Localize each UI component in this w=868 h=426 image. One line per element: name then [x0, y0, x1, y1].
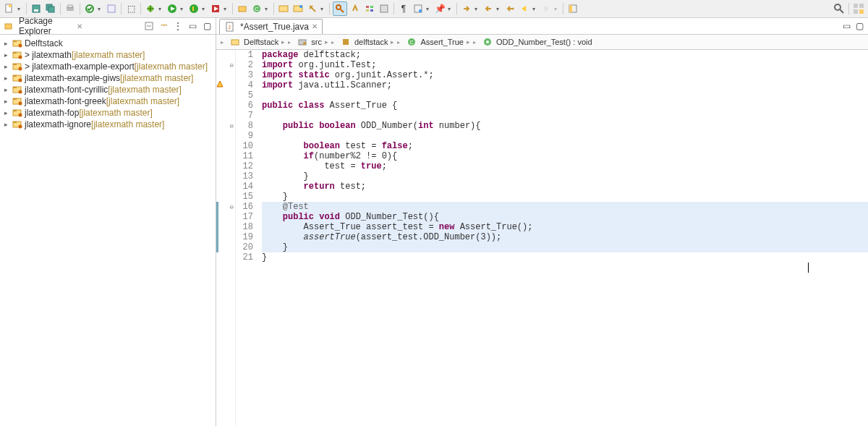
breadcrumb-item[interactable]: ▸CAssert_True: [397, 36, 464, 48]
expander-icon[interactable]: ▸: [221, 39, 228, 46]
breadcrumb-item[interactable]: ▸Delftstack: [221, 36, 278, 48]
dropdown-icon[interactable]: ▾: [158, 6, 164, 12]
expander-icon[interactable]: ▸: [4, 40, 12, 47]
ext-run-icon[interactable]: [209, 2, 222, 15]
pin-icon[interactable]: 📌: [433, 2, 446, 15]
minimize-editor-icon[interactable]: ▭: [841, 20, 852, 32]
text-caret: [808, 263, 809, 273]
save-all-icon[interactable]: [44, 2, 57, 15]
expander-icon[interactable]: ▸: [4, 74, 12, 82]
coverage-icon[interactable]: [187, 2, 200, 15]
print-icon[interactable]: [64, 2, 77, 15]
search-menu-icon[interactable]: [306, 2, 319, 15]
breadcrumb-item[interactable]: ▸ODD_Number_Test() : void: [473, 36, 592, 48]
debug-icon[interactable]: [144, 2, 157, 15]
tree-item[interactable]: ▸ jlatexmath-ignore [jlatexmath master]: [0, 119, 216, 130]
terminal-icon[interactable]: ⬚: [124, 2, 137, 15]
editor-tab[interactable]: J *Assert_True.java ✕: [219, 19, 323, 34]
svg-rect-16: [192, 7, 194, 11]
breadcrumb-label: delftstack: [354, 38, 388, 46]
perspective-switcher-icon[interactable]: [852, 2, 865, 15]
tree-item[interactable]: ▸ > jlatexmath-example-export [jlatexmat…: [0, 61, 216, 72]
dropdown-icon[interactable]: ▾: [496, 6, 502, 12]
expander-icon[interactable]: ▸: [4, 109, 12, 116]
svg-rect-62: [13, 98, 17, 100]
run-icon[interactable]: [166, 2, 179, 15]
open-perspective-icon[interactable]: [566, 2, 579, 15]
svg-point-63: [19, 102, 22, 106]
pi-icon[interactable]: [412, 2, 425, 15]
focus-icon[interactable]: ⋮: [172, 20, 184, 32]
toggle-block-icon[interactable]: [378, 2, 391, 15]
link-editor-icon[interactable]: [158, 20, 169, 32]
method-icon: [482, 36, 493, 48]
dropdown-icon[interactable]: ▾: [180, 6, 186, 12]
dropdown-icon[interactable]: ▾: [320, 6, 326, 12]
tree-item[interactable]: ▸ Delftstack: [0, 38, 216, 49]
package-tree[interactable]: ▸ Delftstack ▸ > jlatexmath [jlatexmath …: [0, 35, 216, 426]
show-whitespace-icon[interactable]: ¶: [397, 2, 410, 15]
back-icon[interactable]: [518, 2, 531, 15]
maximize-editor-icon[interactable]: ▢: [854, 20, 865, 32]
dropdown-icon[interactable]: ▾: [532, 6, 538, 12]
open-type-icon[interactable]: [277, 2, 290, 15]
dropdown-icon[interactable]: ▾: [265, 6, 271, 12]
dropdown-icon[interactable]: ▾: [224, 6, 229, 12]
tree-item[interactable]: ▸ jlatexmath-font-greek [jlatexmath mast…: [0, 95, 216, 107]
annotation-icon[interactable]: [349, 2, 362, 15]
expander-icon[interactable]: ▸: [4, 98, 12, 105]
breadcrumb-item[interactable]: ▸src: [288, 36, 322, 48]
expander-icon[interactable]: ▸: [331, 39, 339, 46]
open-task-icon[interactable]: [292, 2, 305, 15]
svg-rect-56: [13, 75, 17, 77]
svg-rect-29: [366, 9, 369, 12]
dropdown-icon[interactable]: ▾: [17, 6, 23, 12]
dropdown-icon[interactable]: ▾: [475, 6, 480, 12]
svg-rect-22: [279, 6, 288, 12]
dropdown-icon[interactable]: ▾: [202, 6, 208, 12]
expander-icon[interactable]: ▸: [4, 63, 12, 70]
toggle-highlight-icon[interactable]: [333, 1, 347, 16]
search-icon[interactable]: [833, 2, 846, 15]
skip-bp-icon[interactable]: [105, 2, 118, 15]
dropdown-icon[interactable]: ▾: [448, 6, 454, 12]
svg-point-57: [19, 79, 22, 82]
last-edit-icon[interactable]: [503, 2, 516, 15]
expander-icon[interactable]: ▸: [397, 39, 404, 46]
next-ann-icon[interactable]: [460, 2, 473, 15]
tree-item[interactable]: ▸ jlatexmath-fop [jlatexmath master]: [0, 107, 216, 119]
minimize-icon[interactable]: ▭: [187, 20, 198, 32]
new-class-icon[interactable]: C: [250, 2, 263, 15]
package-explorer-header: Package Explorer ✕ ⋮ ▭ ▢: [0, 18, 216, 35]
dropdown-icon[interactable]: ▾: [98, 6, 103, 12]
expander-icon[interactable]: ▸: [4, 86, 12, 93]
close-tab-icon[interactable]: ✕: [312, 22, 318, 30]
breadcrumb-item[interactable]: ▸delftstack: [331, 36, 388, 48]
save-icon[interactable]: [30, 2, 43, 15]
dropdown-icon[interactable]: ▾: [554, 6, 560, 12]
forward-icon[interactable]: [540, 2, 553, 15]
svg-rect-27: [366, 6, 369, 8]
close-view-icon[interactable]: ✕: [77, 22, 82, 30]
prev-ann-icon[interactable]: [482, 2, 495, 15]
dropdown-icon[interactable]: ▾: [426, 6, 432, 12]
code-editor[interactable]: ⊖ ⊖ ⊖ 123456789101112131415161718192021p…: [216, 50, 868, 426]
new-pkg-icon[interactable]: [236, 2, 249, 15]
new-icon[interactable]: [3, 2, 16, 15]
svg-point-60: [19, 90, 22, 94]
maximize-icon[interactable]: ▢: [201, 20, 213, 32]
tree-item[interactable]: ▸ jlatexmath-font-cyrillic [jlatexmath m…: [0, 84, 216, 95]
expander-icon[interactable]: ▸: [288, 39, 295, 46]
expander-icon[interactable]: ▸: [473, 39, 480, 46]
breadcrumb-label: Delftstack: [244, 38, 278, 46]
expander-icon[interactable]: ▸: [4, 121, 12, 128]
tree-item[interactable]: ▸ > jlatexmath [jlatexmath master]: [0, 49, 216, 61]
tree-item-repo: [jlatexmath master]: [79, 108, 152, 118]
tree-item[interactable]: ▸ jlatexmath-example-giws [jlatexmath ma…: [0, 72, 216, 84]
project-icon: [12, 107, 23, 119]
collapse-all-icon[interactable]: [143, 20, 155, 32]
expander-icon[interactable]: ▸: [4, 51, 12, 59]
toggle-breadcrumb-icon[interactable]: [363, 2, 376, 15]
build-icon[interactable]: [83, 2, 96, 15]
svg-text:C: C: [255, 6, 259, 12]
